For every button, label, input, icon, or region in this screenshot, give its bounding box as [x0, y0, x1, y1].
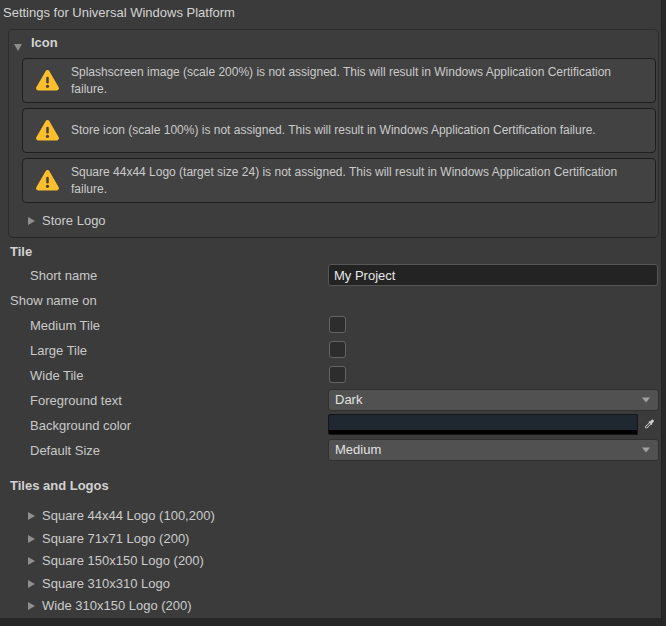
- tiles-and-logos-title: Tiles and Logos: [10, 478, 109, 493]
- short-name-label: Short name: [30, 268, 97, 283]
- icon-foldout-triangle[interactable]: [14, 39, 22, 54]
- foldout-label: Square 71x71 Logo (200): [42, 531, 189, 546]
- eyedropper-button[interactable]: [640, 414, 659, 435]
- chevron-right-icon: [28, 557, 35, 565]
- foldout-label: Square 310x310 Logo: [42, 576, 170, 591]
- chevron-right-icon: [28, 535, 35, 543]
- panel-bottom-edge: [0, 618, 666, 626]
- chevron-right-icon: [28, 602, 35, 610]
- wide-tile-checkbox[interactable]: [329, 366, 346, 383]
- chevron-down-icon: [14, 44, 22, 51]
- chevron-right-icon: [28, 512, 35, 520]
- warning-square44-logo: Square 44x44 Logo (target size 24) is no…: [22, 158, 656, 203]
- icon-section-title[interactable]: Icon: [31, 35, 58, 50]
- eyedropper-icon: [643, 418, 656, 431]
- chevron-right-icon: [28, 217, 35, 225]
- medium-tile-label: Medium Tile: [30, 318, 100, 333]
- foldout-square-44x44-logo[interactable]: Square 44x44 Logo (100,200): [28, 508, 215, 523]
- foreground-text-label: Foreground text: [30, 393, 122, 408]
- chevron-down-icon: [642, 448, 650, 453]
- background-color-swatch[interactable]: [328, 414, 638, 435]
- foldout-wide-310x150-logo[interactable]: Wide 310x150 Logo (200): [28, 598, 192, 613]
- foldout-label: Wide 310x150 Logo (200): [42, 598, 192, 613]
- warning-triangle-icon: [23, 68, 71, 93]
- warning-text: Splashscreen image (scale 200%) is not a…: [71, 64, 655, 97]
- scrollbar-track[interactable]: [661, 0, 666, 626]
- dropdown-selected-value: Medium: [335, 442, 381, 457]
- default-size-label: Default Size: [30, 443, 100, 458]
- warning-text: Store icon (scale 100%) is not assigned.…: [71, 122, 655, 139]
- warning-store-icon: Store icon (scale 100%) is not assigned.…: [22, 108, 656, 153]
- chevron-right-icon: [28, 580, 35, 588]
- dropdown-selected-value: Dark: [335, 392, 362, 407]
- large-tile-label: Large Tile: [30, 343, 87, 358]
- foldout-square-150x150-logo[interactable]: Square 150x150 Logo (200): [28, 553, 204, 568]
- foldout-label: Square 150x150 Logo (200): [42, 553, 204, 568]
- chevron-down-icon: [642, 398, 650, 403]
- warning-text: Square 44x44 Logo (target size 24) is no…: [71, 164, 655, 197]
- foldout-label: Square 44x44 Logo (100,200): [42, 508, 215, 523]
- large-tile-checkbox[interactable]: [329, 341, 346, 358]
- foldout-square-310x310-logo[interactable]: Square 310x310 Logo: [28, 576, 170, 591]
- warning-splashscreen: Splashscreen image (scale 200%) is not a…: [22, 58, 656, 103]
- foldout-square-71x71-logo[interactable]: Square 71x71 Logo (200): [28, 531, 189, 546]
- foldout-store-logo[interactable]: Store Logo: [28, 213, 106, 228]
- tile-section-title: Tile: [10, 244, 32, 259]
- medium-tile-checkbox[interactable]: [329, 316, 346, 333]
- foreground-text-dropdown[interactable]: Dark: [328, 389, 659, 411]
- show-name-on-label: Show name on: [10, 293, 97, 308]
- background-color-label: Background color: [30, 418, 131, 433]
- page-title: Settings for Universal Windows Platform: [3, 5, 235, 20]
- short-name-input[interactable]: [328, 264, 658, 286]
- foldout-label: Store Logo: [42, 213, 106, 228]
- wide-tile-label: Wide Tile: [30, 368, 83, 383]
- default-size-dropdown[interactable]: Medium: [328, 439, 659, 461]
- warning-triangle-icon: [23, 118, 71, 143]
- warning-triangle-icon: [23, 168, 71, 193]
- alpha-bar: [329, 430, 637, 434]
